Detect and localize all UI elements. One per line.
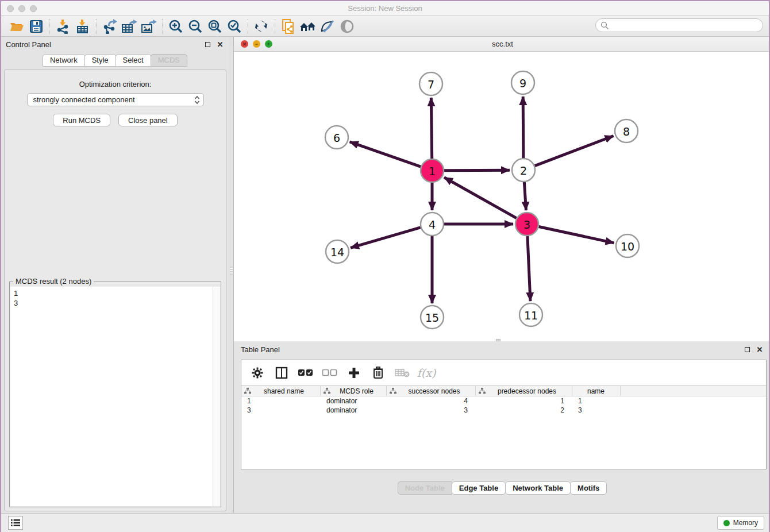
tab-style[interactable]: Style [84, 54, 116, 67]
close-panel-button[interactable]: Close panel [118, 114, 178, 126]
float-panel-icon[interactable] [203, 40, 212, 49]
toolbar-separator [275, 19, 275, 34]
float-table-panel-icon[interactable] [742, 345, 752, 354]
delete-table-button [394, 365, 410, 381]
zoom-in-button[interactable] [166, 18, 186, 35]
graph-edge-3-10[interactable] [539, 226, 614, 242]
tab-network[interactable]: Network [43, 54, 85, 67]
export-table-button[interactable] [120, 18, 139, 35]
graph-edge-3-1[interactable] [444, 178, 517, 218]
graph[interactable]: 1234678910111415 [234, 52, 770, 341]
zoom-in-icon [168, 19, 183, 34]
table-header-row: shared name MCDS role successor nodes pr… [241, 385, 766, 396]
mcds-result-box: MCDS result (2 nodes) 1 3 [9, 282, 221, 507]
tab-node-table[interactable]: Node Table [398, 481, 452, 495]
graph-node-label-2: 2 [520, 164, 527, 177]
graph-node-label-4: 4 [429, 218, 436, 231]
graph-node-label-10: 10 [621, 240, 634, 253]
import-table-button[interactable] [73, 18, 93, 35]
graph-edge-2-3[interactable] [524, 182, 526, 210]
attribute-icon [479, 388, 486, 394]
tab-motifs[interactable]: Motifs [570, 481, 607, 495]
tab-select[interactable]: Select [116, 54, 151, 67]
graph-node-label-3: 3 [523, 218, 530, 231]
control-panel-title: Control Panel [6, 40, 199, 49]
network-canvas[interactable]: 1234678910111415 [234, 52, 770, 341]
open-session-button[interactable] [7, 18, 26, 35]
graph-node-label-9: 9 [519, 77, 526, 90]
memory-label: Memory [733, 519, 758, 527]
tab-mcds[interactable]: MCDS [151, 54, 187, 67]
zoom-fit-button[interactable] [205, 18, 225, 35]
select-all-columns-button[interactable] [298, 365, 314, 381]
mcds-result-title: MCDS result (2 nodes) [13, 277, 94, 286]
clone-network-button[interactable] [279, 18, 298, 35]
graph-edge-2-9[interactable] [523, 97, 523, 158]
apply-layout-button[interactable] [252, 18, 271, 35]
show-log-button[interactable] [8, 516, 23, 530]
table-panel-tabs: Node Table Edge Table Network Table Moti… [234, 481, 770, 495]
vertical-splitter[interactable] [229, 37, 234, 514]
table-panel-title: Table Panel [241, 345, 739, 354]
column-header-predecessor-nodes[interactable]: predecessor nodes [476, 386, 572, 396]
optimization-criterion-dropdown[interactable]: strongly connected component [27, 93, 204, 106]
optimization-criterion-label: Optimization criterion: [5, 80, 226, 88]
network-window-title: scc.txt [234, 40, 770, 48]
graph-node-label-14: 14 [330, 246, 344, 259]
export-image-button[interactable] [139, 18, 159, 35]
mcds-tab-content: Optimization criterion: strongly connect… [4, 70, 226, 511]
toolbar-separator [96, 19, 97, 34]
zoom-out-icon [188, 19, 203, 34]
save-session-button[interactable] [26, 18, 46, 35]
splitter-grip[interactable] [230, 267, 233, 275]
birds-eye-icon [340, 19, 355, 34]
close-table-panel-icon[interactable]: ✕ [755, 345, 764, 354]
graph-edge-4-14[interactable] [351, 228, 421, 248]
table-row[interactable]: 1 dominator 4 1 1 [241, 396, 766, 406]
table-row[interactable]: 3 dominator 3 2 3 [241, 406, 766, 415]
zoom-out-button[interactable] [186, 18, 205, 35]
dropdown-selected-value: strongly connected component [33, 95, 194, 104]
control-panel: Control Panel ✕ Network Style Select MCD… [1, 37, 229, 514]
toolbar-separator [248, 19, 248, 34]
import-network-button[interactable] [53, 18, 73, 35]
hide-graphics-icon [319, 20, 336, 33]
unchecked-boxes-icon [322, 369, 337, 376]
memory-status-icon [723, 520, 730, 526]
delete-column-button[interactable] [370, 365, 386, 381]
graph-edge-2-8[interactable] [535, 136, 614, 166]
column-header-successor-nodes[interactable]: successor nodes [387, 386, 476, 396]
tab-network-table[interactable]: Network Table [505, 481, 571, 495]
export-network-button[interactable] [100, 18, 120, 35]
birds-eye-view-button[interactable] [337, 18, 357, 35]
search-input[interactable] [609, 20, 763, 30]
home-icon [299, 20, 317, 33]
column-header-shared-name[interactable]: shared name [241, 386, 321, 396]
result-scrollbar[interactable] [213, 287, 220, 506]
close-panel-icon[interactable]: ✕ [215, 40, 225, 49]
table-panel: Table Panel ✕ [234, 341, 770, 514]
graph-edge-1-6[interactable] [350, 142, 421, 167]
column-header-mcds-role[interactable]: MCDS role [321, 386, 387, 396]
memory-button[interactable]: Memory [717, 516, 764, 530]
search-field[interactable] [595, 18, 763, 32]
home-button[interactable] [298, 18, 318, 35]
dropdown-stepper-icon [194, 95, 200, 105]
export-table-icon [121, 19, 137, 34]
hide-graphics-button[interactable] [318, 18, 337, 35]
graph-edge-1-2[interactable] [444, 170, 510, 171]
clone-network-icon [281, 18, 296, 34]
table-settings-button[interactable] [249, 365, 265, 381]
create-column-button[interactable] [346, 365, 362, 381]
graph-edge-1-7[interactable] [431, 98, 432, 159]
unselect-all-columns-button[interactable] [322, 365, 338, 381]
network-view-window: ✕ − + scc.txt 1234678910111415 [234, 37, 770, 341]
attribute-icon [324, 388, 330, 394]
search-icon [600, 21, 609, 30]
run-mcds-button[interactable]: Run MCDS [53, 114, 110, 126]
graph-edge-3-11[interactable] [528, 236, 530, 301]
column-header-name[interactable]: name [572, 386, 621, 396]
tab-edge-table[interactable]: Edge Table [452, 481, 506, 495]
zoom-selected-button[interactable] [225, 18, 244, 35]
split-columns-button[interactable] [274, 365, 290, 381]
